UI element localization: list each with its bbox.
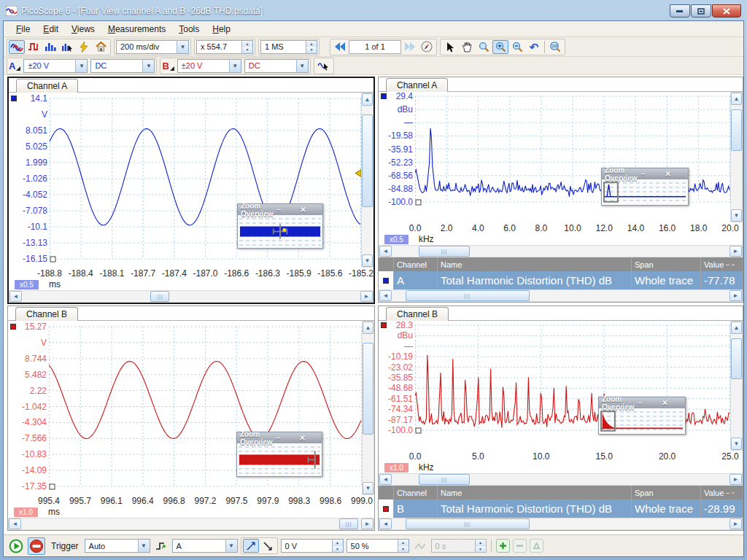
scroll-right-icon[interactable]: ► [729,518,742,529]
zoom-overview-window[interactable]: Zoom Overview–✕ [236,432,322,477]
scroll-right-icon[interactable]: ► [729,474,742,485]
trigger-level-spinner[interactable]: 0 V▲▼ [281,539,344,553]
scroll-thumb[interactable]: ||| [339,518,358,529]
channel-a-coupling-select[interactable]: DC▼ [90,59,155,73]
tab-spectrum-channel-a[interactable]: Channel A [386,78,448,92]
zoom-overview-window[interactable]: Zoom Overview–✕ [237,203,323,249]
table-scrollbar[interactable]: ◄|||► [379,518,743,530]
start-capture-button[interactable] [7,537,25,555]
measurement-row[interactable]: ATotal Harmonic Distortion (THD) dBWhole… [379,271,743,289]
chevron-down-icon[interactable]: ▼ [225,540,237,552]
samples-spinner[interactable]: 1 MS▲▼ [260,40,317,54]
persistence-view-button[interactable] [26,40,42,54]
scroll-left-icon[interactable]: ◄ [9,291,22,302]
scroll-right-icon[interactable]: ► [729,246,742,257]
spectrum-view-button[interactable] [42,40,58,54]
scroll-thumb[interactable] [362,114,373,206]
scroll-track[interactable]: ||| [392,290,729,301]
awg-button[interactable] [316,59,332,73]
scroll-track[interactable]: ||| [22,291,360,302]
scroll-track[interactable]: ||| [392,246,729,257]
scroll-track[interactable]: ||| [21,518,361,529]
measurement-row[interactable]: BTotal Harmonic Distortion (THD) dBWhole… [379,499,743,518]
trigger-source-select[interactable]: A▼ [172,539,238,553]
add-measurement-button[interactable] [496,539,510,553]
trigger-level-marker-icon[interactable] [355,170,361,177]
scroll-track[interactable]: ||| [392,474,729,485]
zoom-out-button[interactable] [509,40,525,54]
collapse-icon[interactable]: – [726,489,729,497]
scroll-left-icon[interactable]: ◄ [379,290,392,301]
trigger-delay-toggle[interactable] [412,539,428,553]
menu-tools[interactable]: Tools [172,22,206,36]
close-icon[interactable]: ✕ [662,400,682,407]
prev-waveform-button[interactable] [332,40,348,54]
scroll-up-icon[interactable]: ▲ [362,93,373,106]
vertical-scrollbar[interactable]: ▲▼ [730,321,743,451]
trigger-mode-select[interactable]: Auto▼ [85,539,150,553]
close-icon[interactable]: ✕ [299,435,319,442]
pre-trigger-spinner[interactable]: 50 %▲▼ [347,539,409,553]
scroll-track[interactable] [362,106,373,254]
collapse-icon[interactable]: – [726,261,729,268]
scope-view-button[interactable] [9,40,25,54]
channel-b-coupling-select[interactable]: DC▼ [244,59,309,73]
horizontal-scrollbar[interactable]: ◄|||► [9,290,374,303]
scroll-down-icon[interactable]: ▼ [363,482,374,494]
scroll-right-icon[interactable]: ► [729,290,742,301]
title-bar[interactable]: PicoScope 6 - [Four View channel A and B… [3,1,744,20]
vertical-scrollbar[interactable]: ▲▼ [730,92,743,222]
scroll-thumb[interactable]: ||| [419,474,470,485]
restore-button[interactable] [691,4,711,18]
horizontal-scrollbar[interactable]: ◄|||► [379,245,743,257]
view-options-button[interactable] [59,40,75,54]
expand-icon[interactable]: ▫ [732,261,734,268]
minimize-button[interactable] [670,4,690,18]
zoom-overview-window[interactable]: Zoom Overview–✕ [601,168,689,206]
horizontal-scrollbar[interactable]: ◄|||► [8,518,374,530]
chevron-down-icon[interactable]: ▼ [296,60,308,72]
chevron-down-icon[interactable]: ▼ [75,60,87,72]
cursor-hand-button[interactable] [459,40,475,54]
vertical-scrollbar[interactable]: ▲▼ [362,321,374,495]
advanced-trigger-button[interactable] [153,539,169,553]
scroll-down-icon[interactable]: ▼ [731,209,742,222]
rising-edge-button[interactable] [243,539,259,553]
channel-b-options-button[interactable]: B [162,61,174,71]
spin-down-icon[interactable]: ▼ [398,546,409,553]
scroll-thumb[interactable]: ||| [406,290,530,301]
scroll-up-icon[interactable]: ▲ [731,93,742,105]
scroll-right-icon[interactable]: ► [360,291,373,302]
spin-up-icon[interactable]: ▲ [242,41,252,47]
zoom-overview-titlebar[interactable]: Zoom Overview–✕ [237,432,322,443]
chevron-down-icon[interactable]: ▼ [229,60,241,72]
spin-down-icon[interactable]: ▼ [242,47,252,53]
falling-edge-button[interactable] [260,539,276,553]
spin-up-icon[interactable]: ▲ [306,41,317,47]
zoom-overview-titlebar[interactable]: Zoom Overview–✕ [238,204,322,215]
horizontal-scrollbar[interactable]: ◄|||► [379,473,743,486]
channel-a-range-select[interactable]: ±20 V▼ [23,59,88,73]
zoom-overview-titlebar[interactable]: Zoom Overview–✕ [602,168,688,179]
scroll-up-icon[interactable]: ▲ [731,322,742,334]
scroll-down-icon[interactable]: ▼ [362,254,373,267]
scroll-thumb[interactable]: ||| [150,291,169,302]
table-scrollbar[interactable]: ◄|||► [379,289,743,302]
minimize-icon[interactable]: – [640,171,661,178]
close-button[interactable] [712,4,741,18]
undo-zoom-button[interactable]: ↶ [526,40,542,54]
zoom-100-button[interactable]: 100 [547,40,563,54]
minimize-icon[interactable]: – [276,206,296,214]
scroll-right-icon[interactable]: ► [361,518,374,529]
auto-setup-button[interactable] [76,40,92,54]
scroll-track[interactable]: ||| [392,518,729,529]
scroll-left-icon[interactable]: ◄ [9,518,21,529]
scroll-left-icon[interactable]: ◄ [379,518,392,529]
cursor-normal-button[interactable] [442,40,458,54]
spin-down-icon[interactable]: ▼ [333,546,343,553]
tab-scope-channel-a[interactable]: Channel A [16,79,78,93]
scroll-track[interactable] [363,334,374,482]
menu-help[interactable]: Help [206,22,237,36]
zoom-factor-spinner[interactable]: x 554.7▲▼ [196,40,253,54]
zoom-overview-window[interactable]: Zoom Overview–✕ [598,397,686,435]
